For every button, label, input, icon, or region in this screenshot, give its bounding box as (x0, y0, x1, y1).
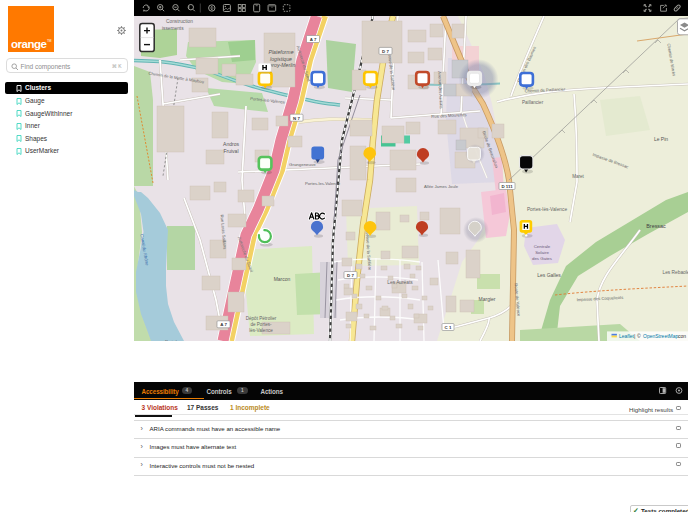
svg-text:logistique: logistique (270, 56, 292, 62)
svg-text:Fruival: Fruival (223, 148, 238, 154)
svg-text:OpenStreetMap: OpenStreetMap (643, 333, 679, 339)
svg-text:D 111: D 111 (501, 184, 513, 189)
svg-text:D 7: D 7 (347, 273, 354, 278)
svg-text:Les Auréats: Les Auréats (387, 280, 413, 285)
svg-text:Margier: Margier (479, 296, 496, 302)
svg-text:Plateforme: Plateforme (268, 49, 293, 55)
svg-text:con: con (678, 333, 686, 339)
svg-text:Allée James Joule: Allée James Joule (424, 184, 459, 189)
svg-text:Le Pin: Le Pin (654, 136, 668, 142)
svg-text:lès-Valence: lès-Valence (249, 328, 273, 333)
svg-text:issements: issements (162, 26, 184, 31)
svg-text:Solaire: Solaire (535, 250, 549, 255)
svg-text:A 7: A 7 (310, 37, 317, 42)
svg-text:Portes-lès-Valence: Portes-lès-Valence (527, 207, 568, 212)
svg-text:Bressac: Bressac (646, 223, 666, 229)
svg-text:Andros: Andros (223, 141, 239, 147)
svg-text:Leaflet: Leaflet (619, 333, 635, 339)
svg-text:Les Galles: Les Galles (537, 272, 561, 278)
svg-text:©: © (637, 333, 641, 339)
svg-text:Centrale: Centrale (534, 244, 551, 249)
svg-text:Dépôt Pétrolier: Dépôt Pétrolier (246, 316, 277, 321)
svg-text:Construction: Construction (166, 19, 193, 24)
svg-text:|: | (634, 333, 635, 339)
svg-text:D 7: D 7 (382, 49, 389, 54)
svg-text:Portes-les-Valence: Portes-les-Valence (305, 181, 341, 186)
svg-text:de Portes-: de Portes- (250, 322, 272, 327)
svg-text:Grangeneuve: Grangeneuve (289, 162, 316, 167)
svg-text:Marcon: Marcon (274, 276, 291, 282)
svg-text:A 7: A 7 (220, 322, 227, 327)
svg-text:Les Rebaole: Les Rebaole (663, 270, 688, 275)
svg-text:C 1: C 1 (445, 325, 452, 330)
svg-text:des Gates: des Gates (532, 256, 553, 261)
svg-text:Paillancier: Paillancier (522, 100, 544, 105)
svg-text:N 7: N 7 (293, 116, 300, 121)
svg-text:Maret: Maret (572, 174, 584, 179)
